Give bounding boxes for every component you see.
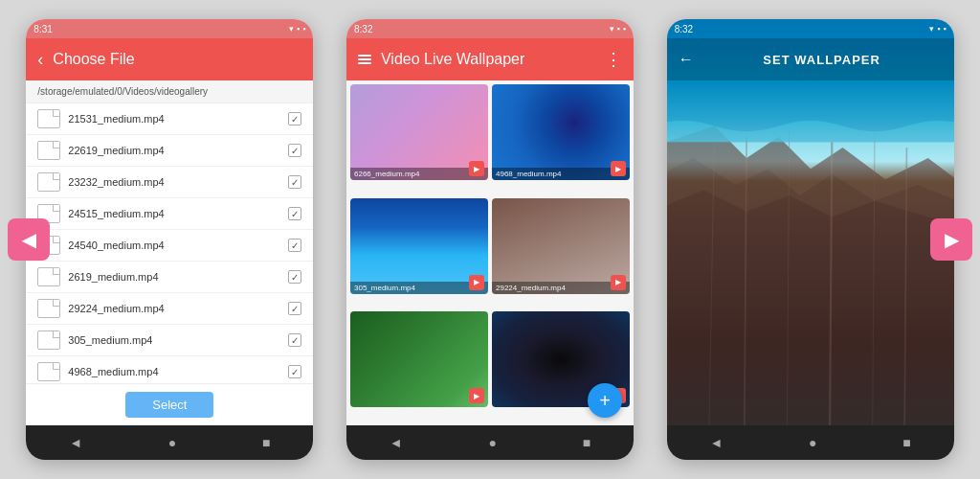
file-icon xyxy=(37,109,60,128)
file-icon xyxy=(37,141,60,160)
wifi-icon-2: ▪ xyxy=(617,24,620,34)
file-checkbox[interactable]: ✓ xyxy=(288,175,301,189)
thumb-image xyxy=(492,84,630,180)
thumb-image xyxy=(350,84,488,180)
thumb-image xyxy=(492,198,630,294)
video-thumb[interactable]: 4968_medium.mp4 ▶ xyxy=(492,84,630,180)
file-icon xyxy=(37,362,60,381)
phone-3: 8:32 ▾ ▪ ▪ ← SET WALLPAPER ◄ ● ■ xyxy=(667,19,954,460)
list-item[interactable]: 4968_medium.mp4 ✓ xyxy=(26,356,313,383)
bottom-nav-3: ◄ ● ■ xyxy=(667,425,954,460)
file-checkbox[interactable]: ✓ xyxy=(288,144,301,157)
file-name: 29224_medium.mp4 xyxy=(68,303,280,314)
video-grid: 6266_medium.mp4 ▶ 4968_medium.mp4 ▶ 305_… xyxy=(346,80,634,425)
play-icon: ▶ xyxy=(469,161,484,176)
nav-back-3[interactable]: ◄ xyxy=(710,435,724,450)
nav-recent-1[interactable]: ■ xyxy=(262,435,270,450)
right-arrow-button[interactable]: ▶ xyxy=(930,218,972,261)
play-icon: ▶ xyxy=(611,275,626,290)
status-time-1: 8:31 xyxy=(33,24,52,34)
file-name: 24515_medium.mp4 xyxy=(68,208,280,219)
list-item[interactable]: 29224_medium.mp4 ✓ xyxy=(26,293,313,325)
left-arrow-icon: ▶ xyxy=(22,228,36,251)
list-item[interactable]: 24515_medium.mp4 ✓ xyxy=(26,198,313,230)
signal-icon-2: ▾ xyxy=(610,24,614,34)
path-bar: /storage/emulated/0/Videos/videogallery xyxy=(26,80,313,103)
nav-home-1[interactable]: ● xyxy=(168,435,176,450)
select-button[interactable]: Select xyxy=(125,392,213,418)
thumb-label: 29224_medium.mp4 xyxy=(492,282,630,294)
app-bar-1: ‹ Choose File xyxy=(26,38,313,80)
file-chooser-content: /storage/emulated/0/Videos/videogallery … xyxy=(26,80,313,425)
back-icon-3[interactable]: ← xyxy=(679,51,694,68)
status-bar-3: 8:32 ▾ ▪ ▪ xyxy=(667,19,954,38)
app-bar-title-2: Video Live Wallpaper xyxy=(381,51,595,68)
file-name: 23232_medium.mp4 xyxy=(68,176,280,188)
file-checkbox[interactable]: ✓ xyxy=(288,365,301,378)
phone-1: 8:31 ▾ ▪ ▪ ‹ Choose File /storage/emulat… xyxy=(26,19,313,460)
list-item[interactable]: 2619_medium.mp4 ✓ xyxy=(26,262,313,293)
select-btn-row: Select xyxy=(26,383,313,425)
file-checkbox[interactable]: ✓ xyxy=(288,302,301,315)
nav-back-1[interactable]: ◄ xyxy=(69,435,82,450)
nav-recent-2[interactable]: ■ xyxy=(583,435,590,450)
video-thumb[interactable]: 29224_medium.mp4 ▶ xyxy=(492,198,630,294)
status-time-3: 8:32 xyxy=(675,24,693,34)
thumb-label: 4968_medium.mp4 xyxy=(492,168,630,180)
file-icon xyxy=(37,299,60,318)
nav-home-2[interactable]: ● xyxy=(488,435,496,450)
file-icon xyxy=(37,331,60,350)
file-name: 2619_medium.mp4 xyxy=(68,271,280,283)
list-item[interactable]: 22619_medium.mp4 ✓ xyxy=(26,135,313,167)
more-icon-2[interactable]: ⋮ xyxy=(605,49,622,70)
bottom-nav-2: ◄ ● ■ xyxy=(346,425,634,460)
video-thumb[interactable]: 6266_medium.mp4 ▶ xyxy=(350,84,488,180)
play-icon: ▶ xyxy=(611,161,626,176)
phone-2: 8:32 ▾ ▪ ▪ Video Live Wallpaper ⋮ 6266_m… xyxy=(346,19,634,460)
file-checkbox[interactable]: ✓ xyxy=(288,112,301,125)
video-thumb[interactable]: ▶ xyxy=(350,311,488,407)
file-name: 305_medium.mp4 xyxy=(68,334,280,346)
nav-home-3[interactable]: ● xyxy=(809,435,816,450)
wifi-icon: ▪ xyxy=(297,24,300,34)
status-bar-1: 8:31 ▾ ▪ ▪ xyxy=(26,19,313,38)
app-bar-title-1: Choose File xyxy=(53,51,301,68)
battery-icon-3: ▪ xyxy=(943,24,946,34)
list-item[interactable]: 305_medium.mp4 ✓ xyxy=(26,325,313,356)
file-list: 21531_medium.mp4 ✓ 22619_medium.mp4 ✓ 23… xyxy=(26,103,313,383)
back-icon-1[interactable]: ‹ xyxy=(37,50,43,70)
app-bar-2: Video Live Wallpaper ⋮ xyxy=(346,38,634,80)
thumb-label: 6266_medium.mp4 xyxy=(350,168,488,180)
file-name: 4968_medium.mp4 xyxy=(68,366,280,377)
file-checkbox[interactable]: ✓ xyxy=(288,239,301,252)
signal-icon-3: ▾ xyxy=(929,24,934,34)
file-checkbox[interactable]: ✓ xyxy=(288,270,301,284)
file-icon xyxy=(37,172,60,192)
nav-recent-3[interactable]: ■ xyxy=(902,435,910,450)
list-item[interactable]: 23232_medium.mp4 ✓ xyxy=(26,167,313,198)
thumb-image xyxy=(350,311,488,407)
file-checkbox[interactable]: ✓ xyxy=(288,207,301,220)
file-name: 21531_medium.mp4 xyxy=(68,113,280,125)
status-icons-1: ▾ ▪ ▪ xyxy=(289,24,305,34)
file-checkbox[interactable]: ✓ xyxy=(288,333,301,347)
status-time-2: 8:32 xyxy=(354,24,372,34)
thumb-label: 305_medium.mp4 xyxy=(350,282,488,294)
fab-add-button[interactable]: + xyxy=(588,383,622,418)
video-thumb[interactable]: 305_medium.mp4 ▶ xyxy=(350,198,488,294)
file-name: 22619_medium.mp4 xyxy=(68,145,280,156)
wallpaper-content: 8:32 ▾ ▪ ▪ ← SET WALLPAPER xyxy=(667,19,954,425)
battery-icon-2: ▪ xyxy=(623,24,626,34)
play-icon: ▶ xyxy=(469,275,484,290)
hamburger-icon[interactable] xyxy=(358,55,371,64)
video-gallery-content: 6266_medium.mp4 ▶ 4968_medium.mp4 ▶ 305_… xyxy=(346,80,634,425)
set-wallpaper-bar: ← SET WALLPAPER xyxy=(667,38,954,80)
play-icon: ▶ xyxy=(469,388,484,403)
left-arrow-button[interactable]: ▶ xyxy=(8,218,50,261)
nav-back-2[interactable]: ◄ xyxy=(390,435,403,450)
list-item[interactable]: 21531_medium.mp4 ✓ xyxy=(26,103,313,135)
status-icons-3: ▾ ▪ ▪ xyxy=(929,24,946,34)
status-icons-2: ▾ ▪ ▪ xyxy=(610,24,626,34)
list-item[interactable]: 24540_medium.mp4 ✓ xyxy=(26,230,313,262)
signal-icon: ▾ xyxy=(289,24,294,34)
